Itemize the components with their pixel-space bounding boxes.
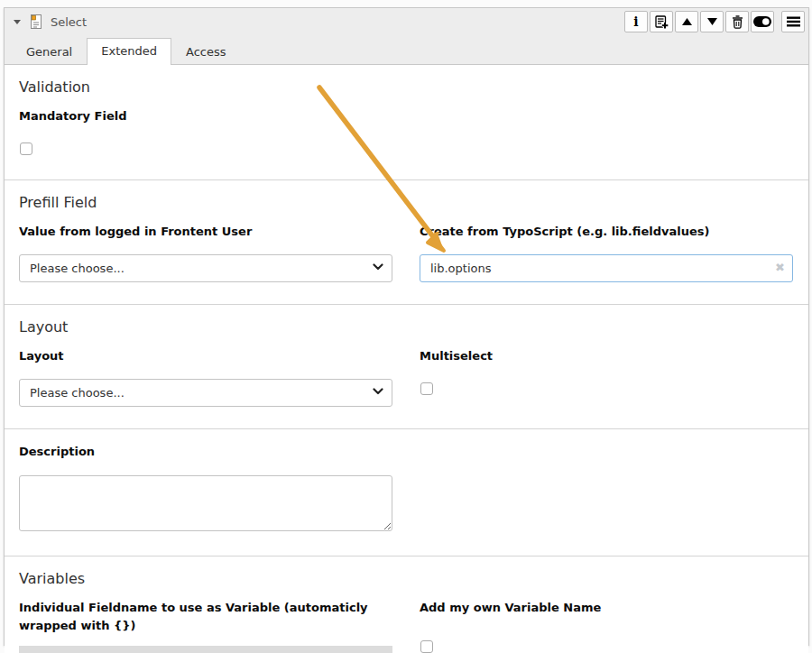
- section-layout: Layout Layout Please choose... Multisele…: [5, 305, 808, 429]
- field-title: Select: [51, 15, 87, 29]
- section-prefill: Prefill Field Value from logged in Front…: [5, 180, 808, 305]
- delete-button[interactable]: [725, 11, 749, 32]
- section-description: Description: [5, 429, 808, 556]
- tab-bar: General Extended Access: [5, 35, 808, 65]
- move-down-button[interactable]: [700, 11, 724, 32]
- field-toolbar: i: [624, 11, 805, 32]
- variable-fieldname-value: {marker_01}: [19, 646, 392, 653]
- own-variable-checkbox[interactable]: [420, 640, 433, 653]
- add-record-button[interactable]: [650, 11, 673, 32]
- description-textarea[interactable]: [19, 475, 392, 531]
- info-icon: i: [633, 15, 638, 28]
- info-button[interactable]: i: [624, 11, 648, 32]
- tab-general[interactable]: General: [12, 39, 87, 65]
- collapse-caret-icon[interactable]: [14, 20, 21, 24]
- move-up-icon: [682, 18, 692, 25]
- own-variable-label: Add my own Variable Name: [420, 599, 793, 617]
- tab-content-extended: Validation Mandatory Field Prefill Field…: [5, 65, 808, 653]
- mandatory-field-label: Mandatory Field: [19, 107, 794, 125]
- visibility-toggle-button[interactable]: [751, 11, 774, 32]
- frontend-user-select[interactable]: Please choose...: [19, 254, 392, 282]
- section-heading: Layout: [19, 318, 794, 336]
- description-label: Description: [19, 443, 794, 461]
- section-heading: Validation: [19, 78, 794, 96]
- tab-extended[interactable]: Extended: [87, 38, 171, 65]
- variable-fieldname-label: Individual Fieldname to use as Variable …: [19, 599, 392, 635]
- mandatory-field-checkbox[interactable]: [20, 143, 32, 155]
- field-header: Select i: [5, 8, 808, 35]
- layout-label: Layout: [19, 347, 392, 365]
- layout-select[interactable]: Please choose...: [19, 379, 392, 407]
- drag-handle-button[interactable]: [781, 11, 805, 32]
- add-record-icon: [655, 15, 669, 29]
- multiselect-checkbox[interactable]: [420, 382, 433, 395]
- section-variables: Variables Individual Fieldname to use as…: [5, 556, 808, 653]
- clear-input-icon[interactable]: ✖: [775, 262, 785, 273]
- section-heading: Variables: [19, 570, 794, 587]
- section-validation: Validation Mandatory Field: [5, 65, 808, 180]
- drag-handle-icon: [787, 16, 800, 27]
- move-up-button[interactable]: [675, 11, 698, 32]
- section-heading: Prefill Field: [19, 194, 794, 211]
- move-down-icon: [707, 18, 717, 25]
- typoscript-label: Create from TypoScript (e.g. lib.fieldva…: [420, 223, 793, 241]
- multiselect-label: Multiselect: [420, 347, 793, 365]
- trash-icon: [732, 15, 743, 29]
- tab-access[interactable]: Access: [171, 39, 241, 65]
- form-field-icon: [29, 14, 43, 30]
- typoscript-input[interactable]: [420, 254, 793, 282]
- frontend-user-label: Value from logged in Frontent User: [19, 223, 392, 241]
- field-editor-panel: Select i: [4, 7, 809, 646]
- visibility-toggle-icon: [753, 16, 771, 27]
